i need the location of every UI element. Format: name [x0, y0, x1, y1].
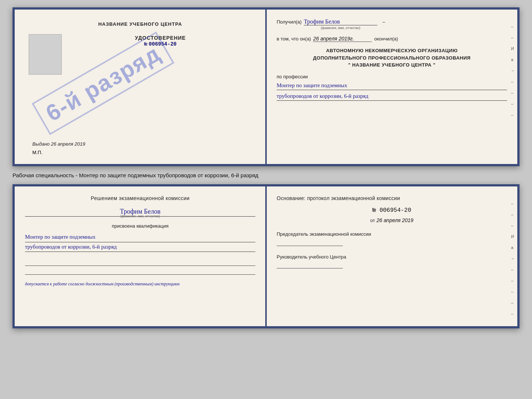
poluchil-name: Трофим Белов	[304, 18, 377, 25]
cert-number-value: 006954-20	[149, 41, 177, 47]
okochil-label: окончил(а)	[374, 36, 398, 42]
org-line2: ДОПОЛНИТЕЛЬНОГО ПРОФЕССИОНАЛЬНОГО ОБРАЗО…	[277, 54, 507, 62]
mark-i: И	[511, 46, 515, 51]
predsedatel-block: Председатель экзаменационной комиссии	[277, 231, 507, 246]
dopuskaetsya-label: допускается к	[25, 281, 52, 286]
mark-a: а	[511, 57, 515, 62]
osnov-label: Основание: протокол экзаменационной коми…	[277, 195, 507, 201]
mark2-dash7: –	[511, 300, 515, 305]
mark-dash6: –	[511, 113, 515, 117]
bottom-cert-right: Основание: протокол экзаменационной коми…	[266, 186, 517, 326]
mark-dash3: –	[511, 79, 515, 84]
mark2-dash5: –	[511, 278, 515, 283]
poluchil-sub: (фамилия, имя, отчество)	[321, 26, 507, 30]
dash1: –	[382, 19, 385, 25]
ruk-line	[277, 261, 343, 268]
top-cert-title: НАЗВАНИЕ УЧЕБНОГО ЦЕНТРА	[98, 21, 182, 27]
po-prof-label: по профессии	[277, 74, 507, 79]
bottom-left-title: Решением экзаменационной комиссии	[25, 195, 255, 201]
mark-left: ←	[511, 68, 515, 73]
cert2-date: 26 апреля 2019	[377, 217, 413, 223]
right-side-marks: – – И а ← – – – –	[511, 24, 515, 117]
org-line1: АВТОНОМНУЮ НЕКОММЕРЧЕСКУЮ ОРГАНИЗАЦИЮ	[277, 47, 507, 54]
qual-line1: Монтер по защите подземных	[25, 232, 255, 242]
mp-label: М.П.	[32, 150, 85, 155]
cert-photo-placeholder	[29, 34, 62, 75]
cert2-date-line: от 26 апреля 2019	[277, 217, 507, 223]
blank-lines	[25, 259, 255, 275]
vydano-label: Выдано	[32, 141, 50, 147]
org-block: АВТОНОМНУЮ НЕКОММЕРЧЕСКУЮ ОРГАНИЗАЦИЮ ДО…	[277, 47, 507, 69]
cert-number: № 006954-20	[144, 41, 177, 47]
dopuskaetsya-value: работе согласно должностным (производств…	[53, 281, 180, 286]
top-cert-left: НАЗВАНИЕ УЧЕБНОГО ЦЕНТРА УДОСТОВЕРЕНИЕ №…	[15, 10, 266, 164]
dopuskaetsya-block: допускается к работе согласно должностны…	[25, 281, 255, 287]
vtom-date: 26 апреля 2019г.	[313, 36, 372, 42]
mark2-dash4: –	[511, 267, 515, 272]
profession-line2: трубопроводов от коррозии, 6-й разряд	[277, 92, 507, 101]
qual-line2: трубопроводов от коррозии, 6-й разряд	[25, 242, 255, 252]
mark-dash4: –	[511, 90, 515, 95]
top-certificate-book: НАЗВАНИЕ УЧЕБНОГО ЦЕНТРА УДОСТОВЕРЕНИЕ №…	[12, 7, 520, 166]
mark-dash1: –	[511, 24, 515, 29]
udost-label: УДОСТОВЕРЕНИЕ	[135, 35, 186, 41]
mark2-left: ←	[511, 256, 515, 261]
mark2-i: И	[511, 234, 515, 239]
prof-section: по профессии Монтер по защите подземных …	[277, 74, 507, 101]
blank-line-2	[25, 267, 255, 275]
mark2-dash3: –	[511, 223, 515, 228]
mark-dash2: –	[511, 35, 515, 40]
profession-line1: Монтер по защите подземных	[277, 81, 507, 90]
vtom-line: в том, что он(а) 26 апреля 2019г. окончи…	[277, 36, 507, 42]
bottom-cert-left: Решением экзаменационной комиссии Трофим…	[15, 186, 266, 326]
blank-line-1	[25, 259, 255, 266]
vydano-date: 26 апреля 2019	[51, 141, 85, 147]
mark2-dash6: –	[511, 289, 515, 294]
vydano-line: Выдано 26 апреля 2019	[32, 141, 85, 147]
bottom-certificate-book: Решением экзаменационной комиссии Трофим…	[12, 184, 520, 328]
bottom-left-name-sub: (фамилия, имя, отчество)	[25, 214, 255, 218]
mark-dash5: –	[511, 101, 515, 106]
predsedatel-label: Председатель экзаменационной комиссии	[277, 231, 507, 238]
vtom-label: в том, что он(а)	[277, 36, 311, 42]
mark2-dash1: –	[511, 201, 515, 206]
ruk-block: Руководитель учебного Центра	[277, 253, 507, 269]
poluchil-line: Получил(а) Трофим Белов –	[277, 18, 507, 25]
cert2-number: № 006954-20	[277, 207, 507, 214]
mark2-dash8: –	[511, 311, 515, 316]
ruk-label: Руководитель учебного Центра	[277, 253, 507, 261]
mark2-dash2: –	[511, 212, 515, 217]
date-prefix: от	[370, 218, 375, 223]
specialty-label: Рабочая специальность - Монтер по защите…	[12, 171, 520, 180]
predsedatel-line	[277, 239, 343, 246]
org-line3: " НАЗВАНИЕ УЧЕБНОГО ЦЕНТРА "	[277, 61, 507, 69]
mark2-a: а	[511, 245, 515, 250]
qual-block: Монтер по защите подземных трубопроводов…	[25, 232, 255, 252]
top-cert-right: Получил(а) Трофим Белов – (фамилия, имя,…	[266, 10, 517, 164]
right-side-marks2: – – – И а ← – – – – –	[511, 201, 515, 316]
prisvoena-label: присвоена квалификация	[25, 223, 255, 229]
poluchil-label: Получил(а)	[277, 19, 302, 25]
